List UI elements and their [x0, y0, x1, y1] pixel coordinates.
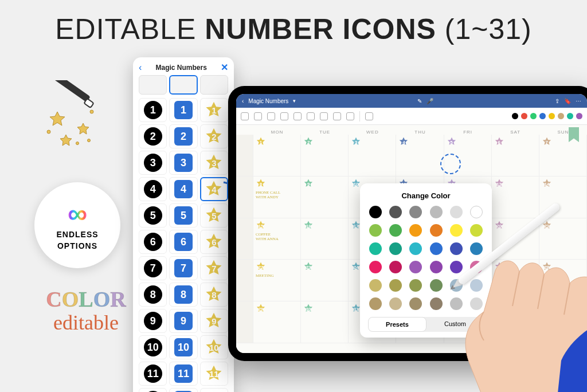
sticker-circle-11[interactable]: 11	[139, 362, 167, 386]
toolbar-color-swatch[interactable]	[539, 113, 546, 119]
tool-eraser-icon[interactable]	[254, 112, 262, 120]
sticker-square-1[interactable]: 1	[169, 98, 197, 122]
sticker-circle-1[interactable]: 1	[139, 98, 167, 122]
tool-clip-icon[interactable]	[346, 112, 354, 120]
toolbar-color-swatch[interactable]	[530, 113, 537, 119]
back-icon[interactable]: ‹	[242, 98, 244, 104]
sticker-star-9[interactable]: 9	[200, 309, 228, 333]
dropdown-icon[interactable]: ▾	[293, 98, 296, 104]
sticker-star-7[interactable]: 7	[200, 256, 228, 280]
sticker-panel[interactable]: ‹ Magic Numbers ✕ 1112223334445556667778…	[133, 57, 234, 392]
tool-highlighter-icon[interactable]	[267, 112, 275, 120]
day-star-icon[interactable]: 30	[303, 303, 314, 315]
tool-stroke-icon[interactable]	[365, 112, 373, 120]
sticker-star-12[interactable]: 12	[200, 388, 228, 392]
day-star-icon[interactable]: 22	[256, 261, 266, 273]
sticker-square-3[interactable]: 3	[169, 151, 197, 175]
toolbar-color-swatch[interactable]	[567, 113, 573, 119]
sticker-square-9[interactable]: 9	[169, 309, 197, 333]
day-star-icon[interactable]: 1	[256, 136, 266, 148]
more-icon[interactable]: ⋯	[576, 98, 581, 104]
calendar-cell[interactable]: 8PHONE CALLWITH ANDY	[253, 177, 301, 218]
sticker-star-4[interactable]: 4	[200, 177, 228, 201]
sticker-square-7[interactable]: 7	[169, 256, 197, 280]
sticker-circle-8[interactable]: 8	[139, 283, 167, 307]
tool-link-icon[interactable]	[333, 112, 341, 120]
color-swatch[interactable]	[369, 242, 382, 255]
share-icon[interactable]: ⇪	[555, 98, 559, 104]
sticker-circle-2[interactable]: 2	[139, 124, 167, 148]
calendar-cell[interactable]: 16	[301, 218, 349, 260]
day-star-icon[interactable]: 9	[303, 178, 314, 190]
calendar-cell[interactable]: 15COFFEEWITH ANNA	[253, 218, 301, 260]
calendar-cell[interactable]: 7	[539, 135, 587, 177]
pen-mode-icon[interactable]: ✎	[417, 98, 422, 104]
color-swatch[interactable]	[369, 261, 382, 273]
sticker-circle-5[interactable]: 5	[139, 203, 167, 228]
sticker-square-5[interactable]: 5	[169, 203, 197, 228]
document-name[interactable]: Magic Numbers	[248, 98, 288, 104]
sticker-circle-3[interactable]: 3	[139, 151, 167, 175]
tool-pen-icon[interactable]	[241, 112, 249, 120]
panel-close-button[interactable]: ✕	[221, 62, 228, 73]
calendar-cell[interactable]: 23	[301, 260, 349, 301]
color-swatch[interactable]	[369, 206, 382, 218]
sticker-circle-7[interactable]: 7	[139, 256, 167, 280]
panel-thumb-stars[interactable]	[200, 75, 228, 95]
sticker-star-3[interactable]: 3	[200, 151, 228, 175]
tool-image-icon[interactable]	[320, 112, 328, 120]
color-swatch[interactable]	[369, 297, 382, 310]
sticker-star-2[interactable]: 2	[200, 124, 228, 148]
sticker-star-5[interactable]: 5	[200, 203, 228, 228]
day-star-icon[interactable]: 7	[542, 136, 552, 148]
sticker-star-6[interactable]: 6	[200, 230, 228, 254]
sticker-circle-12[interactable]: 12	[139, 388, 167, 392]
sticker-star-11[interactable]: 11	[200, 362, 228, 386]
calendar-cell[interactable]: 1	[253, 135, 301, 177]
tool-text-icon[interactable]	[307, 112, 315, 120]
sticker-star-1[interactable]: 1	[200, 98, 228, 122]
day-star-icon[interactable]: 4	[398, 136, 409, 148]
sticker-square-4[interactable]: 4	[169, 177, 197, 201]
day-star-icon[interactable]: 3	[351, 136, 361, 148]
sticker-square-12[interactable]: 12	[169, 388, 197, 392]
tool-shape-icon[interactable]	[280, 112, 288, 120]
sticker-circle-9[interactable]: 9	[139, 309, 167, 333]
sticker-square-10[interactable]: 10	[169, 335, 197, 359]
mic-icon[interactable]: 🎤	[426, 98, 433, 104]
calendar-cell[interactable]: 30	[301, 301, 349, 343]
toolbar-color-swatch[interactable]	[512, 113, 518, 119]
day-star-icon[interactable]: 2	[303, 136, 314, 148]
panel-set-thumbnails[interactable]	[139, 75, 228, 95]
bookmark-icon[interactable]: 🔖	[564, 98, 571, 104]
calendar-cell[interactable]: 22MEETING	[253, 260, 301, 301]
calendar-cell[interactable]: 29	[253, 301, 301, 343]
calendar-cell[interactable]: 9	[301, 177, 349, 218]
color-swatch[interactable]	[369, 224, 382, 237]
tool-lasso-icon[interactable]	[294, 112, 302, 120]
toolbar-color-swatch[interactable]	[549, 113, 555, 119]
panel-back-button[interactable]: ‹	[139, 62, 142, 73]
panel-thumb-squares[interactable]	[169, 75, 198, 95]
day-star-icon[interactable]: 16	[303, 220, 314, 232]
calendar-cell[interactable]: 4	[396, 135, 444, 177]
day-star-icon[interactable]: 8	[256, 178, 266, 190]
sticker-circle-4[interactable]: 4	[139, 177, 167, 201]
day-star-icon[interactable]: 23	[303, 261, 314, 273]
panel-thumb-circles[interactable]	[139, 75, 167, 95]
color-swatch[interactable]	[369, 279, 382, 292]
sticker-square-2[interactable]: 2	[169, 124, 197, 148]
toolbar-color-swatches[interactable]	[512, 113, 582, 119]
calendar-cell[interactable]: 2	[301, 135, 349, 177]
day-star-icon[interactable]: 6	[494, 136, 504, 148]
toolbar-color-swatch[interactable]	[521, 113, 527, 119]
sticker-square-8[interactable]: 8	[169, 283, 197, 307]
day-star-icon[interactable]: 29	[256, 303, 266, 315]
calendar-cell[interactable]: 3	[349, 135, 396, 177]
day-star-icon[interactable]: 15	[256, 220, 266, 232]
toolbar-color-swatch[interactable]	[576, 113, 582, 119]
toolbar-color-swatch[interactable]	[558, 113, 564, 119]
sticker-square-6[interactable]: 6	[169, 230, 197, 254]
sticker-star-10[interactable]: 10	[200, 335, 228, 359]
sticker-circle-10[interactable]: 10	[139, 335, 167, 359]
